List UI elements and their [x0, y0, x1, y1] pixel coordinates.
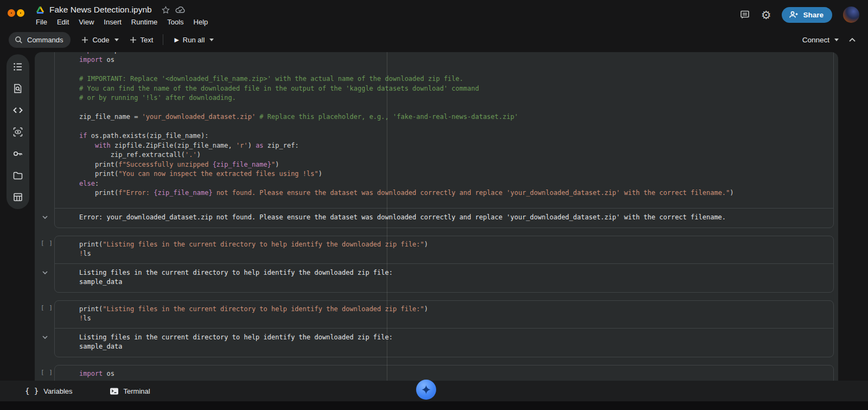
- share-button[interactable]: Share: [782, 7, 832, 23]
- search-icon: [15, 36, 23, 44]
- gemini-button[interactable]: [416, 380, 436, 400]
- share-label: Share: [803, 11, 824, 19]
- account-avatar[interactable]: [843, 7, 859, 23]
- terminal-label: Terminal: [124, 387, 150, 395]
- gemini-spark-icon: [421, 384, 431, 395]
- add-text-button[interactable]: Text: [130, 36, 154, 44]
- terminal-icon: [110, 387, 119, 395]
- notebook-title[interactable]: Fake News Detection.ipynb: [49, 5, 152, 15]
- run-all-button[interactable]: ▶ Run all: [174, 36, 205, 44]
- colab-logo-right-ring: [17, 9, 24, 17]
- variables-label: Variables: [43, 387, 72, 395]
- menu-file[interactable]: File: [36, 18, 47, 26]
- column-ruler: [387, 52, 387, 381]
- output-line: sample_data: [79, 277, 829, 287]
- code-editor[interactable]: import zipfileimport os # IMPORTANT: Rep…: [55, 52, 833, 208]
- braces-icon: { }: [25, 387, 39, 395]
- notebook-toolbar: Commands Code Text ▶ Run all Connect: [0, 29, 868, 50]
- connect-button[interactable]: Connect: [802, 36, 829, 44]
- plus-icon: [81, 36, 88, 43]
- output-line: Listing files in the current directory t…: [79, 333, 829, 342]
- output-line: Error: your_downloaded_dataset.zip not f…: [79, 213, 829, 222]
- code-cell-1: import zipfileimport os # IMPORTANT: Rep…: [54, 52, 834, 228]
- add-code-dropdown-caret[interactable]: [114, 39, 119, 41]
- cloud-saved-icon: [175, 6, 186, 14]
- collapse-output-chevron-icon[interactable]: [42, 269, 48, 276]
- commands-button[interactable]: Commands: [9, 32, 71, 48]
- bottom-strip: [0, 401, 868, 410]
- run-all-dropdown-caret[interactable]: [209, 39, 214, 41]
- code-cell-4: [ ]import os # IMPORTANT: Please paste y…: [54, 365, 834, 381]
- code-snippets-icon[interactable]: [12, 105, 23, 116]
- run-cell-button[interactable]: [ ]: [41, 369, 53, 376]
- variables-button[interactable]: { } Variables: [25, 387, 73, 395]
- plus-icon: [130, 36, 137, 43]
- find-and-replace-icon[interactable]: [12, 83, 23, 94]
- collapse-output-chevron-icon[interactable]: [42, 334, 48, 340]
- collapse-header-chevron-icon[interactable]: [848, 37, 856, 42]
- terminal-button[interactable]: Terminal: [110, 387, 150, 395]
- connect-dropdown-caret[interactable]: [834, 39, 839, 41]
- add-code-button[interactable]: Code: [81, 36, 109, 44]
- main-area: import zipfileimport os # IMPORTANT: Rep…: [0, 50, 868, 381]
- code-cell-2: [ ]print("Listing files in the current d…: [54, 236, 834, 293]
- run-all-label: Run all: [183, 36, 205, 44]
- menu-help[interactable]: Help: [194, 18, 208, 26]
- code-editor[interactable]: print("Listing files in the current dire…: [55, 236, 833, 263]
- colab-logo[interactable]: [8, 8, 31, 22]
- share-person-icon: [789, 11, 799, 18]
- add-code-label: Code: [92, 36, 109, 44]
- colab-logo-left-ring: [8, 9, 15, 17]
- app-header: Fake News Detection.ipynb File Edit View…: [0, 0, 868, 29]
- variable-inspector-icon[interactable]: [12, 127, 23, 137]
- secrets-key-icon[interactable]: [12, 148, 23, 159]
- run-cell-button[interactable]: [ ]: [41, 239, 53, 247]
- add-text-label: Text: [141, 36, 154, 44]
- settings-gear-icon[interactable]: ⚙: [761, 9, 771, 21]
- notebook-panel: import zipfileimport os # IMPORTANT: Rep…: [35, 52, 838, 381]
- toolbar-divider: [163, 34, 163, 45]
- cell-output: Error: your_downloaded_dataset.zip not f…: [55, 208, 833, 228]
- menu-runtime[interactable]: Runtime: [131, 18, 157, 26]
- commands-label: Commands: [27, 36, 63, 44]
- output-line: sample_data: [79, 342, 829, 351]
- menu-view[interactable]: View: [79, 18, 94, 26]
- comments-icon[interactable]: [739, 9, 750, 20]
- menu-insert[interactable]: Insert: [104, 18, 122, 26]
- menu-edit[interactable]: Edit: [57, 18, 69, 26]
- menu-tools[interactable]: Tools: [167, 18, 183, 26]
- code-cell-3: [ ]print("Listing files in the current d…: [54, 300, 834, 357]
- play-icon: ▶: [174, 36, 178, 43]
- output-line: Listing files in the current directory t…: [79, 268, 829, 277]
- left-sidebar: [7, 54, 29, 209]
- cell-output: Listing files in the current directory t…: [55, 263, 833, 292]
- star-icon[interactable]: [161, 5, 170, 15]
- code-editor[interactable]: import os # IMPORTANT: Please paste your…: [55, 365, 833, 381]
- table-of-contents-icon[interactable]: [12, 61, 23, 72]
- files-folder-icon[interactable]: [12, 170, 23, 181]
- collapse-output-chevron-icon[interactable]: [42, 214, 48, 220]
- menu-bar: File Edit View Insert Runtime Tools Help: [36, 18, 208, 26]
- cell-output: Listing files in the current directory t…: [55, 328, 833, 357]
- run-cell-button[interactable]: [ ]: [41, 304, 53, 311]
- cell-list: import zipfileimport os # IMPORTANT: Rep…: [35, 52, 838, 381]
- code-editor[interactable]: print("Listing files in the current dire…: [55, 301, 833, 328]
- data-table-icon[interactable]: [12, 192, 23, 203]
- drive-icon: [36, 6, 44, 14]
